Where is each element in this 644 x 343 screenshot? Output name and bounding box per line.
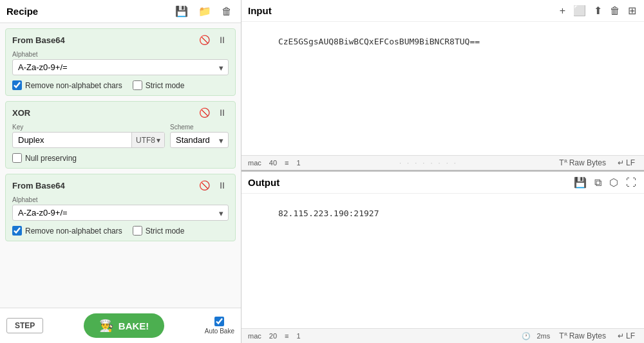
input-trash-button[interactable]: 🗑: [609, 4, 621, 18]
from-base64-1-disable-btn[interactable]: 🚫: [197, 34, 212, 46]
input-mac-label: mac: [248, 159, 261, 167]
xor-null-preserving-checkbox[interactable]: [12, 153, 22, 163]
from-base64-1-alphabet-label: Alphabet: [12, 51, 229, 58]
right-panel: Input + ⬜ ⬆ 🗑 ⊞ CzE5GSgsAUQ8BiwBCQxEFCos…: [242, 0, 644, 343]
output-content: 82.115.223.190:21927: [278, 209, 379, 218]
output-raw-bytes-button[interactable]: Tᴿ Raw Bytes: [556, 331, 609, 341]
xor-scheme-wrapper: Standard: [170, 132, 229, 148]
from-base64-1-alphabet-select[interactable]: A-Za-z0-9+/=: [12, 59, 229, 75]
input-import-button[interactable]: ⬆: [592, 3, 603, 18]
xor-key-label: Key: [12, 124, 165, 131]
output-lf-label: LF: [626, 331, 635, 340]
xor-key-encoding[interactable]: UTF8 ▾: [131, 133, 164, 147]
from-base64-2-strict-mode-text: Strict mode: [146, 227, 185, 236]
bake-button[interactable]: 👨‍🍳 BAKE!: [84, 313, 165, 338]
input-lines-icon: ≡: [285, 159, 289, 167]
xor-pause-btn[interactable]: ⏸: [216, 107, 229, 118]
input-grid-button[interactable]: ⊞: [627, 3, 638, 18]
from-base64-2-alphabet-label: Alphabet: [12, 196, 229, 203]
xor-disable-btn[interactable]: 🚫: [197, 107, 212, 118]
xor-scheme-select[interactable]: Standard: [170, 132, 229, 148]
output-copy-button[interactable]: ⧉: [593, 176, 603, 190]
from-base64-1-remove-nonalpha-label[interactable]: Remove non-alphabet chars: [12, 80, 122, 90]
input-lf-button[interactable]: ↵ LF: [615, 158, 638, 168]
from-base64-2-remove-nonalpha-text: Remove non-alphabet chars: [25, 227, 122, 236]
from-base64-2-remove-nonalpha-checkbox[interactable]: [12, 226, 22, 236]
output-lf-arrow: ↵: [618, 331, 624, 340]
recipe-title: Recipe: [6, 6, 38, 17]
input-content: CzE5GSgsAUQ8BiwBCQxEFCosBUM9BiBNCR8TUQ==: [278, 37, 480, 46]
xor-options-row: Null preserving: [12, 153, 229, 163]
from-base64-1-pause-btn[interactable]: ⏸: [216, 34, 229, 46]
xor-title: XOR: [12, 108, 30, 118]
from-base64-2-remove-nonalpha-label[interactable]: Remove non-alphabet chars: [12, 226, 122, 236]
from-base64-1-block: From Base64 🚫 ⏸ Alphabet A-Za-z0-9+/= Re…: [5, 28, 236, 96]
input-new-tab-button[interactable]: ⬜: [572, 3, 587, 18]
output-lf-button[interactable]: ↵ LF: [615, 331, 638, 341]
from-base64-2-alphabet-field: Alphabet A-Za-z0-9+/=: [12, 196, 229, 221]
xor-key-scheme-row: Key UTF8 ▾ Scheme Standard: [12, 124, 229, 148]
xor-null-preserving-label[interactable]: Null preserving: [12, 153, 77, 163]
from-base64-2-disable-btn[interactable]: 🚫: [197, 180, 212, 191]
xor-encoding-label: UTF8: [136, 136, 155, 145]
recipe-header-icons: 💾 📁 🗑: [173, 4, 234, 19]
input-add-button[interactable]: +: [558, 4, 567, 18]
output-status-left: mac 20 ≡ 1: [248, 332, 301, 340]
delete-recipe-button[interactable]: 🗑: [219, 5, 234, 19]
output-lines-icon: ≡: [285, 332, 289, 340]
from-base64-2-alphabet-wrapper: A-Za-z0-9+/=: [12, 205, 229, 221]
input-status-bar: mac 40 ≡ 1 · · · · · · · · Tᴿ Raw Bytes …: [242, 155, 644, 171]
from-base64-1-alphabet-wrapper: A-Za-z0-9+/=: [12, 59, 229, 75]
step-button[interactable]: STEP: [6, 318, 43, 333]
recipe-body: From Base64 🚫 ⏸ Alphabet A-Za-z0-9+/= Re…: [0, 23, 241, 308]
auto-bake-label: Auto Bake: [205, 328, 234, 335]
input-mac-value: 40: [269, 159, 277, 167]
output-save-button[interactable]: 💾: [573, 175, 588, 190]
from-base64-1-strict-mode-checkbox[interactable]: [133, 80, 142, 90]
xor-controls: 🚫 ⏸: [197, 107, 229, 118]
output-clock-icon: 🕐: [522, 332, 531, 340]
from-base64-1-options-row: Remove non-alphabet chars Strict mode: [12, 80, 229, 90]
output-header-icons: 💾 ⧉ ⬡ ⛶: [573, 175, 638, 190]
output-status-right: 🕐 2ms Tᴿ Raw Bytes ↵ LF: [522, 331, 638, 341]
from-base64-2-pause-btn[interactable]: ⏸: [216, 180, 229, 191]
recipe-panel: Recipe 💾 📁 🗑 From Base64 🚫 ⏸ Alphabet A-: [0, 0, 242, 343]
xor-key-input-wrapper: UTF8 ▾: [12, 132, 165, 148]
xor-header: XOR 🚫 ⏸: [12, 107, 229, 118]
from-base64-2-strict-mode-label[interactable]: Strict mode: [133, 226, 185, 236]
xor-block: XOR 🚫 ⏸ Key UTF8 ▾: [5, 101, 236, 169]
from-base64-2-alphabet-select[interactable]: A-Za-z0-9+/=: [12, 205, 229, 221]
input-section: Input + ⬜ ⬆ 🗑 ⊞ CzE5GSgsAUQ8BiwBCQxEFCos…: [242, 0, 644, 172]
from-base64-2-options-row: Remove non-alphabet chars Strict mode: [12, 226, 229, 236]
open-recipe-button[interactable]: 📁: [196, 4, 214, 19]
from-base64-2-title: From Base64: [12, 181, 65, 190]
output-fullscreen-button[interactable]: ⛶: [625, 176, 638, 190]
from-base64-1-remove-nonalpha-checkbox[interactable]: [12, 80, 22, 90]
output-section: Output 💾 ⧉ ⬡ ⛶ 82.115.223.190:21927 mac …: [242, 172, 644, 343]
xor-key-input[interactable]: [13, 133, 131, 147]
xor-scheme-field: Scheme Standard: [170, 124, 229, 148]
output-send-to-input-button[interactable]: ⬡: [608, 175, 620, 190]
output-status-bar: mac 20 ≡ 1 🕐 2ms Tᴿ Raw Bytes ↵ LF: [242, 328, 644, 343]
xor-key-field: Key UTF8 ▾: [12, 124, 165, 148]
from-base64-2-header: From Base64 🚫 ⏸: [12, 180, 229, 191]
bake-icon: 👨‍🍳: [99, 319, 113, 333]
input-raw-bytes-button[interactable]: Tᴿ Raw Bytes: [556, 158, 609, 168]
output-time-label: 2ms: [537, 332, 551, 340]
recipe-header: Recipe 💾 📁 🗑: [0, 0, 241, 23]
input-lf-arrow: ↵: [618, 158, 624, 167]
xor-scheme-label: Scheme: [170, 124, 229, 131]
input-text-area[interactable]: CzE5GSgsAUQ8BiwBCQxEFCosBUM9BiBNCR8TUQ==: [242, 22, 644, 155]
recipe-footer: STEP 👨‍🍳 BAKE! Auto Bake: [0, 308, 241, 343]
input-raw-bytes-icon: Tᴿ: [559, 158, 567, 167]
bake-label: BAKE!: [118, 320, 149, 331]
from-base64-2-strict-mode-checkbox[interactable]: [133, 226, 142, 236]
output-mac-value: 20: [269, 332, 277, 340]
output-raw-bytes-icon: Tᴿ: [559, 331, 567, 340]
input-divider-dots: · · · · · · · ·: [301, 159, 557, 167]
save-recipe-button[interactable]: 💾: [173, 4, 191, 19]
from-base64-2-controls: 🚫 ⏸: [197, 180, 229, 191]
input-lf-label: LF: [626, 158, 635, 167]
from-base64-1-strict-mode-label[interactable]: Strict mode: [133, 80, 185, 90]
auto-bake-checkbox[interactable]: [214, 317, 224, 326]
